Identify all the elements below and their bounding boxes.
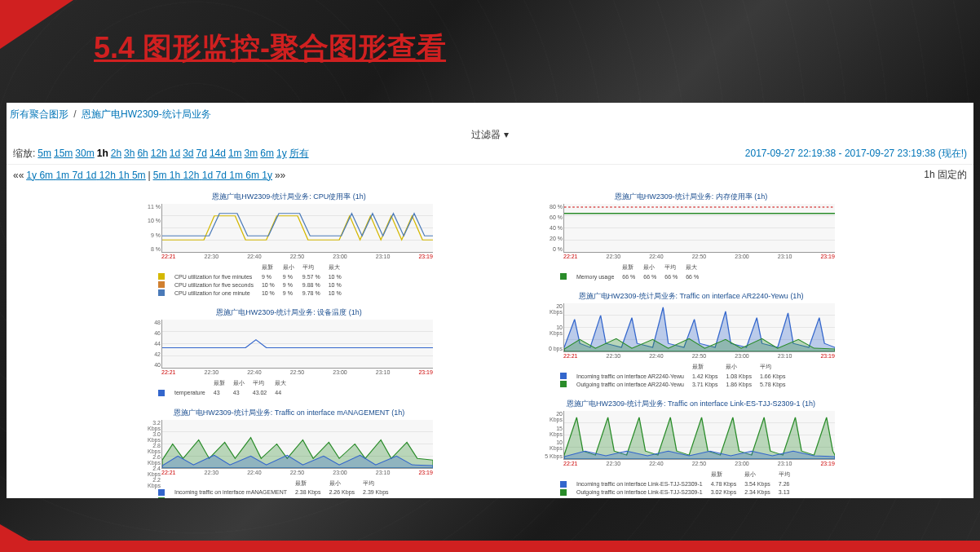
zoom-3h[interactable]: 3h	[124, 148, 135, 159]
zoom-所有[interactable]: 所有	[289, 148, 309, 159]
graph-canvas[interactable]: 80 %60 %40 %20 %0 %	[563, 204, 835, 253]
nav-1y[interactable]: 1y	[26, 170, 37, 181]
nav-1h[interactable]: 1h	[118, 170, 129, 181]
zoom-12h[interactable]: 12h	[151, 148, 167, 159]
breadcrumb-root[interactable]: 所有聚合图形	[10, 108, 68, 120]
nav-back: ««1y 6m 1m 7d 1d 12h 1h 5m |5m 1h 12h 1d…	[13, 170, 285, 181]
zoom-7d[interactable]: 7d	[196, 148, 207, 159]
zoom-2h[interactable]: 2h	[111, 148, 121, 159]
graph-panel: 恩施广电HW2309-统计局业务: 设备温度 (1h) 4846444240 2…	[137, 306, 441, 397]
breadcrumb: 所有聚合图形 / 恩施广电HW2309-统计局业务	[7, 103, 973, 126]
graph-title: 恩施广电HW2309-统计局业务: 设备温度 (1h)	[137, 306, 441, 320]
graph-canvas[interactable]: 4846444240	[161, 320, 433, 369]
nav-5m[interactable]: 5m	[153, 170, 167, 181]
graph-legend: 最新最小平均Incoming traffic on interface mANA…	[153, 478, 394, 498]
graph-title: 恩施广电HW2309-统计局业务: Traffic on interface A…	[539, 289, 843, 303]
graph-title: 恩施广电HW2309-统计局业务: Traffic on interface m…	[137, 406, 441, 420]
zoom-15m[interactable]: 15m	[54, 148, 73, 159]
zoom-6m[interactable]: 6m	[260, 148, 274, 159]
graph-panel: 恩施广电HW2309-统计局业务: Traffic on interface m…	[137, 406, 441, 498]
zoom-1m[interactable]: 1m	[228, 148, 242, 159]
graph-panel: 恩施广电HW2309-统计局业务: Traffic on interface L…	[539, 397, 843, 497]
nav-1d[interactable]: 1d	[86, 170, 96, 181]
nav-1d[interactable]: 1d	[202, 170, 213, 181]
nav-7d[interactable]: 7d	[72, 170, 82, 181]
breadcrumb-current[interactable]: 恩施广电HW2309-统计局业务	[82, 108, 211, 120]
zoom-5m[interactable]: 5m	[38, 148, 51, 159]
nav-7d[interactable]: 7d	[216, 170, 227, 181]
zoom-1y[interactable]: 1y	[276, 148, 287, 159]
graph-canvas[interactable]: 3.2 Kbps3.0 Kbps2.8 Kbps2.6 Kbps2.4 Kbps…	[161, 420, 433, 469]
zoom-30m[interactable]: 30m	[75, 148, 94, 159]
graph-panel: 恩施广电HW2309-统计局业务: CPU使用率 (1h) 11 %10 %9 …	[137, 190, 441, 298]
nav-1m[interactable]: 1m	[55, 170, 69, 181]
filter-toggle[interactable]: 过滤器 ▾	[471, 129, 508, 140]
nav-12h[interactable]: 12h	[99, 170, 116, 181]
graph-title: 恩施广电HW2309-统计局业务: CPU使用率 (1h)	[137, 190, 441, 204]
zoom-3m[interactable]: 3m	[245, 148, 258, 159]
zoom-14d[interactable]: 14d	[210, 148, 226, 159]
nav-6m[interactable]: 6m	[39, 170, 53, 181]
graph-panel: 恩施广电HW2309-统计局业务: 内存使用率 (1h) 80 %60 %40 …	[539, 190, 843, 281]
graph-legend: 最新最小平均Incoming traffic on interface Link…	[555, 469, 795, 497]
time-range[interactable]: 2017-09-27 22:19:38 - 2017-09-27 23:19:3…	[745, 147, 967, 161]
zoom-1d[interactable]: 1d	[170, 148, 180, 159]
graph-legend: 最新最小平均最大Memory usage66 %66 %66 %66 %	[555, 262, 704, 281]
monitoring-window: 所有聚合图形 / 恩施广电HW2309-统计局业务 过滤器 ▾ 缩放: 5m15…	[7, 103, 973, 498]
zoom-6h[interactable]: 6h	[137, 148, 148, 159]
zoom-controls: 缩放: 5m15m30m1h2h3h6h12h1d3d7d14d1m3m6m1y…	[13, 147, 311, 161]
graph-canvas[interactable]: 11 %10 %9 %8 %	[161, 204, 433, 253]
zoom-1h[interactable]: 1h	[97, 148, 108, 159]
graph-title: 恩施广电HW2309-统计局业务: 内存使用率 (1h)	[539, 190, 843, 204]
graph-legend: 最新最小平均Incoming traffic on interface AR22…	[555, 361, 791, 389]
slide-title: 5.4 图形监控-聚合图形查看	[94, 29, 446, 68]
graph-legend: 最新最小平均最大temperature434343.0244	[153, 378, 291, 397]
graph-canvas[interactable]: 20 Kbps10 Kbps0 bps	[563, 303, 835, 352]
graph-title: 恩施广电HW2309-统计局业务: Traffic on interface L…	[539, 397, 843, 411]
zoom-3d[interactable]: 3d	[183, 148, 193, 159]
nav-6m[interactable]: 6m	[245, 170, 259, 181]
graph-canvas[interactable]: 20 Kbps15 Kbps10 Kbps5 Kbps	[563, 411, 835, 460]
zoom-label: 缩放:	[13, 147, 35, 161]
nav-1m[interactable]: 1m	[229, 170, 243, 181]
nav-5m[interactable]: 5m	[132, 170, 146, 181]
graph-panel: 恩施广电HW2309-统计局业务: Traffic on interface A…	[539, 289, 843, 389]
graph-legend: 最新最小平均最大CPU utilization for five minutes…	[153, 262, 347, 298]
period-label: 1h 固定的	[924, 168, 967, 182]
nav-1y[interactable]: 1y	[262, 170, 272, 181]
nav-12h[interactable]: 12h	[183, 170, 199, 181]
nav-1h[interactable]: 1h	[170, 170, 180, 181]
